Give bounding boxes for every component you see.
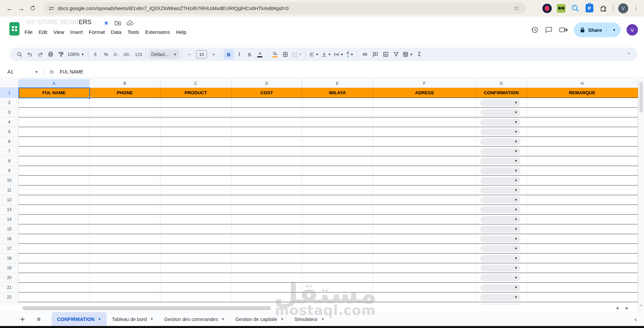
cell-G3[interactable]: ▼ [476, 108, 527, 117]
dropdown-chip[interactable]: ▼ [480, 226, 521, 233]
menu-file[interactable]: File [21, 27, 36, 37]
cell-F9[interactable] [373, 166, 476, 176]
cell-A6[interactable] [19, 137, 90, 147]
insert-chart-icon[interactable] [381, 49, 391, 59]
column-header-A[interactable]: A [19, 79, 90, 88]
cell-G5[interactable]: ▼ [476, 127, 527, 137]
cell-C9[interactable] [160, 166, 231, 176]
cell-D17[interactable] [231, 244, 302, 254]
cell-H18[interactable] [527, 254, 638, 263]
row-number-12[interactable]: 12 [0, 195, 19, 205]
cell-F7[interactable] [373, 147, 476, 156]
tab-caret-icon[interactable]: ▼ [321, 317, 324, 321]
cell-F4[interactable] [373, 117, 476, 127]
cell-H8[interactable] [527, 156, 638, 166]
create-filter-icon[interactable] [391, 49, 401, 59]
cell-G16[interactable]: ▼ [476, 234, 527, 244]
tab-caret-icon[interactable]: ▼ [98, 317, 101, 321]
cell-A21[interactable] [19, 283, 90, 292]
font-size-input[interactable]: 10 [196, 50, 207, 58]
cell-G22[interactable]: ▼ [476, 292, 527, 302]
cell-F16[interactable] [373, 234, 476, 244]
cell-H11[interactable] [527, 185, 638, 195]
cell-H3[interactable] [527, 108, 638, 117]
cell-E12[interactable] [302, 195, 373, 205]
scroll-left-icon[interactable]: ◀ [616, 306, 619, 310]
cell-D2[interactable] [231, 98, 302, 108]
cell-B2[interactable] [90, 98, 160, 108]
dropdown-chip[interactable]: ▼ [480, 274, 521, 281]
text-rotation-icon[interactable]: A↗ ▼ [345, 49, 355, 59]
row-number-10[interactable]: 10 [0, 176, 19, 185]
dropdown-chip[interactable]: ▼ [480, 158, 521, 165]
select-all-corner[interactable] [0, 79, 19, 88]
cell-G13[interactable]: ▼ [476, 205, 527, 215]
cell-G4[interactable]: ▼ [476, 117, 527, 127]
cell-C22[interactable] [160, 292, 231, 302]
cell-H22[interactable] [527, 292, 638, 302]
move-to-folder-icon[interactable] [114, 20, 121, 26]
cell-E9[interactable] [302, 166, 373, 176]
browser-profile-avatar[interactable]: V [618, 3, 628, 13]
cell-G19[interactable]: ▼ [476, 263, 527, 273]
menu-help[interactable]: Help [173, 27, 189, 37]
cell-F2[interactable] [373, 98, 476, 108]
cell-H13[interactable] [527, 205, 638, 215]
vertical-scrollbar-thumb[interactable] [639, 82, 643, 113]
functions-sigma-button[interactable]: Σ [414, 49, 424, 59]
cell-E2[interactable] [302, 98, 373, 108]
cell-H2[interactable] [527, 98, 638, 108]
cell-E17[interactable] [302, 244, 373, 254]
cell-E15[interactable] [302, 224, 373, 234]
cell-B4[interactable] [90, 117, 160, 127]
tab-caret-icon[interactable]: ▼ [150, 317, 154, 321]
cell-F10[interactable] [373, 176, 476, 185]
decrease-font-size-button[interactable]: − [184, 49, 195, 59]
dropdown-chip[interactable]: ▼ [480, 167, 521, 174]
row-number-2[interactable]: 2 [0, 98, 19, 108]
cell-D15[interactable] [231, 224, 302, 234]
cell-D7[interactable] [231, 147, 302, 156]
site-settings-icon[interactable] [48, 5, 54, 11]
cell-D13[interactable] [231, 205, 302, 215]
meet-button[interactable]: ▾ [559, 26, 568, 34]
cell-E20[interactable] [302, 273, 373, 283]
cell-E6[interactable] [302, 137, 373, 147]
cell-F3[interactable] [373, 108, 476, 117]
cell-B10[interactable] [90, 176, 160, 185]
cell-D9[interactable] [231, 166, 302, 176]
scroll-right-icon[interactable]: ▶ [626, 306, 629, 310]
row-number-14[interactable]: 14 [0, 215, 19, 224]
cell-B19[interactable] [90, 263, 160, 273]
cell-D18[interactable] [231, 254, 302, 263]
cell-G17[interactable]: ▼ [476, 244, 527, 254]
share-button[interactable]: Share ▾ [574, 22, 621, 37]
dropdown-chip[interactable]: ▼ [480, 99, 521, 106]
cell-D16[interactable] [231, 234, 302, 244]
sheet-tab-tableau-de-bord[interactable]: Tableau de bord▼ [107, 312, 159, 326]
menu-extensions[interactable]: Extensions [142, 27, 173, 37]
cell-B9[interactable] [90, 166, 160, 176]
cell-D19[interactable] [231, 263, 302, 273]
cell-B11[interactable] [90, 185, 160, 195]
dropdown-chip[interactable]: ▼ [480, 128, 521, 135]
dropdown-chip[interactable]: ▼ [480, 235, 521, 242]
cell-H9[interactable] [527, 166, 638, 176]
cell-E16[interactable] [302, 234, 373, 244]
print-icon[interactable] [46, 49, 56, 59]
cell-G14[interactable]: ▼ [476, 215, 527, 224]
cell-G15[interactable]: ▼ [476, 224, 527, 234]
browser-menu-icon[interactable]: ⋮ [633, 5, 639, 12]
cell-C7[interactable] [160, 147, 231, 156]
cell-F12[interactable] [373, 195, 476, 205]
search-menus-icon[interactable] [14, 49, 24, 59]
row-number-7[interactable]: 7 [0, 147, 19, 156]
cell-H7[interactable] [527, 147, 638, 156]
cell-A10[interactable] [19, 176, 90, 185]
bookmark-star-icon[interactable]: ☆ [514, 4, 519, 12]
dropdown-chip[interactable]: ▼ [480, 294, 521, 301]
cell-E7[interactable] [302, 147, 373, 156]
cell-G21[interactable]: ▼ [476, 283, 527, 292]
decrease-decimal-button[interactable]: .0← [111, 49, 121, 59]
dropdown-chip[interactable]: ▼ [480, 138, 521, 145]
